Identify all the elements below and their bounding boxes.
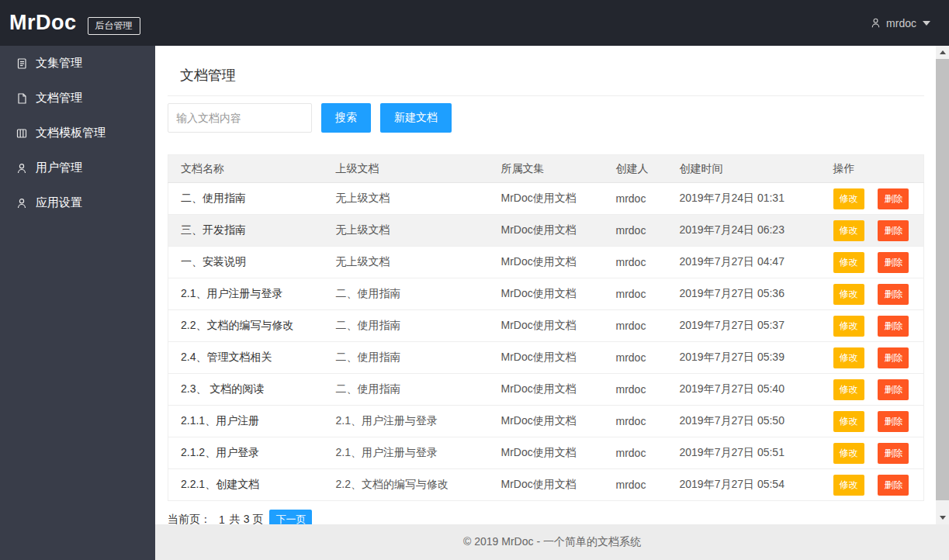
created-time-cell: 2019年7月27日 05:51 [667,437,821,469]
doc-table: 文档名称 上级文档 所属文集 创建人 创建时间 操作 二、使用指南 无上级文档 … [168,154,924,501]
delete-button[interactable]: 删除 [878,252,909,273]
actions-cell: 修改 删除 [821,406,924,437]
modify-button[interactable]: 修改 [833,411,864,432]
actions-cell: 修改 删除 [821,437,924,469]
delete-button[interactable]: 删除 [878,379,909,400]
modify-button[interactable]: 修改 [833,220,864,241]
delete-button[interactable]: 删除 [878,284,909,305]
created-time-cell: 2019年7月27日 04:47 [667,247,821,278]
delete-button[interactable]: 删除 [878,411,909,432]
sidebar-item-label: 应用设置 [36,195,82,210]
doc-name-cell: 2.2、文档的编写与修改 [168,310,324,342]
sidebar-item-label: 文档模板管理 [36,126,106,140]
created-time-cell: 2019年7月27日 05:37 [667,310,821,342]
scrollbar-thumb[interactable] [936,59,949,500]
col-header-creator: 创建人 [604,155,667,183]
actions-cell: 修改 删除 [821,342,924,374]
collection-cell: MrDoc使用文档 [489,406,604,437]
doc-name-cell: 2.2.1、创建文档 [168,469,324,501]
created-time-cell: 2019年7月27日 05:39 [667,342,821,374]
user-icon [16,162,28,175]
app-logo[interactable]: MrDoc [9,11,77,35]
parent-doc-cell: 二、使用指南 [324,374,489,406]
actions-cell: 修改 删除 [821,374,924,406]
scroll-up-arrow-icon[interactable] [936,46,949,59]
modify-button[interactable]: 修改 [833,284,864,305]
sidebar-item-users[interactable]: 用户管理 [0,150,155,185]
doc-name-cell: 2.3、 文档的阅读 [168,374,324,406]
delete-button[interactable]: 删除 [878,220,909,241]
chevron-down-icon [923,21,930,26]
doc-name-cell: 2.1.2、用户登录 [168,437,324,469]
search-input[interactable] [168,103,312,133]
collection-cell: MrDoc使用文档 [489,469,604,501]
modify-button[interactable]: 修改 [833,188,864,209]
creator-cell: mrdoc [604,278,667,310]
delete-button[interactable]: 删除 [878,316,909,337]
actions-cell: 修改 删除 [821,247,924,278]
parent-doc-cell: 2.2、文档的编写与修改 [324,469,489,501]
modify-button[interactable]: 修改 [833,347,864,368]
footer-text: © 2019 MrDoc - 一个简单的文档系统 [463,535,641,549]
sidebar-item-documents[interactable]: 文档管理 [0,81,155,116]
actions-cell: 修改 删除 [821,469,924,501]
top-header: MrDoc 后台管理 mrdoc [0,0,949,46]
sidebar-item-app-settings[interactable]: 应用设置 [0,185,155,220]
created-time-cell: 2019年7月27日 05:40 [667,374,821,406]
sidebar-item-doc-templates[interactable]: 文档模板管理 [0,116,155,150]
modify-button[interactable]: 修改 [833,316,864,337]
user-icon [870,17,881,29]
doc-name-cell: 2.1.1、用户注册 [168,406,324,437]
app-settings-icon [16,197,28,209]
doc-name-cell: 2.4、管理文档相关 [168,342,324,374]
delete-button[interactable]: 删除 [878,188,909,209]
col-header-created-time: 创建时间 [667,155,821,183]
collection-cell: MrDoc使用文档 [489,437,604,469]
table-row: 2.2.1、创建文档 2.2、文档的编写与修改 MrDoc使用文档 mrdoc … [168,469,924,501]
main-content: 文档管理 搜索 新建文档 文档名称 上级文档 所属文集 创建人 创建时间 操作 … [155,46,937,524]
creator-cell: mrdoc [604,215,667,247]
delete-button[interactable]: 删除 [878,443,909,464]
doc-table-body: 二、使用指南 无上级文档 MrDoc使用文档 mrdoc 2019年7月24日 … [168,183,924,501]
sidebar-item-label: 用户管理 [36,161,82,175]
collection-cell: MrDoc使用文档 [489,247,604,278]
creator-cell: mrdoc [604,469,667,501]
table-row: 2.1、用户注册与登录 二、使用指南 MrDoc使用文档 mrdoc 2019年… [168,278,924,310]
creator-cell: mrdoc [604,342,667,374]
table-row: 2.4、管理文档相关 二、使用指南 MrDoc使用文档 mrdoc 2019年7… [168,342,924,374]
collection-cell: MrDoc使用文档 [489,215,604,247]
modify-button[interactable]: 修改 [833,252,864,273]
vertical-scrollbar[interactable] [936,46,949,524]
parent-doc-cell: 无上级文档 [324,247,489,278]
actions-cell: 修改 删除 [821,183,924,215]
modify-button[interactable]: 修改 [833,475,864,496]
collection-cell: MrDoc使用文档 [489,183,604,215]
doc-name-cell: 一、安装说明 [168,247,324,278]
actions-cell: 修改 删除 [821,310,924,342]
delete-button[interactable]: 删除 [878,475,909,496]
search-row: 搜索 新建文档 [168,103,924,133]
table-row: 一、安装说明 无上级文档 MrDoc使用文档 mrdoc 2019年7月27日 … [168,247,924,278]
new-doc-button[interactable]: 新建文档 [380,103,452,133]
title-divider [168,95,924,96]
parent-doc-cell: 无上级文档 [324,215,489,247]
actions-cell: 修改 删除 [821,278,924,310]
scroll-down-arrow-icon[interactable] [936,511,949,524]
delete-button[interactable]: 删除 [878,347,909,368]
template-icon [16,127,28,140]
sidebar-item-label: 文集管理 [36,56,82,71]
document-icon [16,92,28,105]
parent-doc-cell: 二、使用指南 [324,342,489,374]
table-row: 2.3、 文档的阅读 二、使用指南 MrDoc使用文档 mrdoc 2019年7… [168,374,924,406]
modify-button[interactable]: 修改 [833,443,864,464]
table-row: 2.1.1、用户注册 2.1、用户注册与登录 MrDoc使用文档 mrdoc 2… [168,406,924,437]
search-button[interactable]: 搜索 [321,103,371,133]
parent-doc-cell: 无上级文档 [324,183,489,215]
col-header-doc-name: 文档名称 [168,155,324,183]
created-time-cell: 2019年7月24日 06:23 [667,215,821,247]
col-header-parent-doc: 上级文档 [324,155,489,183]
modify-button[interactable]: 修改 [833,379,864,400]
created-time-cell: 2019年7月27日 05:36 [667,278,821,310]
sidebar-item-collections[interactable]: 文集管理 [0,46,155,81]
user-menu[interactable]: mrdoc [870,17,930,29]
